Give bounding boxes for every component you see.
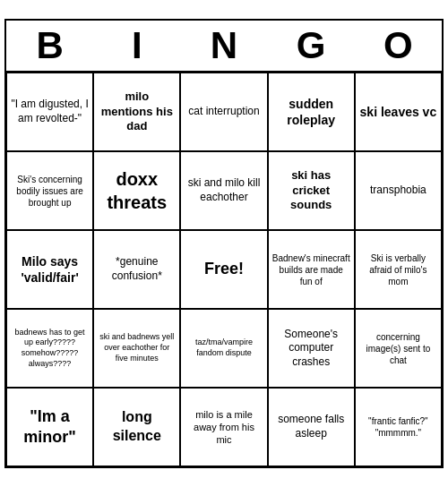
cell-0: "I am digusted, I am revolted-" — [6, 73, 93, 151]
cell-21: long silence — [93, 388, 180, 466]
cell-8: ski has cricket sounds — [268, 151, 355, 230]
cell-5: Ski's concerning bodily issues are broug… — [6, 151, 93, 230]
cell-16: ski and badnews yell over eachother for … — [93, 309, 180, 388]
cell-10: Milo says 'valid/fair' — [6, 230, 93, 309]
cell-2: cat interruption — [180, 73, 267, 151]
cell-free: Free! — [180, 230, 267, 309]
cell-15: badnews has to get up early????? somehow… — [6, 309, 93, 388]
cell-11: *genuine confusion* — [93, 230, 180, 309]
cell-1: milo mentions his dad — [93, 73, 180, 151]
cell-22: milo is a mile away from his mic — [180, 388, 267, 466]
letter-b: B — [6, 21, 93, 73]
cell-24: "frantic fanfic?" "mmmmm." — [355, 388, 442, 466]
cell-7: ski and milo kill eachother — [180, 151, 267, 230]
bingo-header: B I N G O — [6, 21, 442, 73]
cell-18: Someone's computer crashes — [268, 309, 355, 388]
cell-13: Badnew's minecraft builds are made fun o… — [268, 230, 355, 309]
cell-23: someone falls asleep — [268, 388, 355, 466]
cell-4: ski leaves vc — [355, 73, 442, 151]
cell-14: Ski is verbally afraid of milo's mom — [355, 230, 442, 309]
cell-9: transphobia — [355, 151, 442, 230]
cell-3: sudden roleplay — [268, 73, 355, 151]
letter-g: G — [268, 21, 355, 73]
bingo-card: B I N G O "I am digusted, I am revolted-… — [4, 19, 444, 468]
letter-i: I — [93, 21, 180, 73]
letter-o: O — [355, 21, 442, 73]
cell-20: "Im a minor" — [6, 388, 93, 466]
cell-19: concerning image(s) sent to chat — [355, 309, 442, 388]
letter-n: N — [180, 21, 267, 73]
cell-6: doxx threats — [93, 151, 180, 230]
bingo-grid: "I am digusted, I am revolted-" milo men… — [6, 73, 442, 466]
cell-17: taz/tma/vampire fandom dispute — [180, 309, 267, 388]
